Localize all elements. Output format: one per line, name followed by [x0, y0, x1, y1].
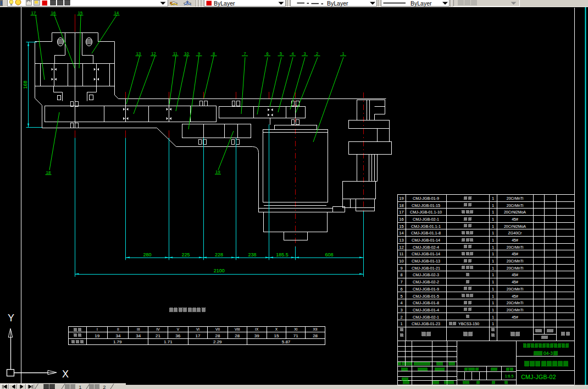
svg-text:17: 17 [31, 10, 36, 15]
svg-text:1: 1 [79, 384, 81, 389]
svg-text:CMJ-JGB-02: CMJ-JGB-02 [521, 374, 556, 380]
svg-text:16: 16 [399, 217, 403, 222]
svg-text:45#: 45# [512, 273, 518, 277]
svg-text:608: 608 [325, 252, 333, 257]
svg-text:1: 1 [492, 294, 494, 299]
svg-text:2: 2 [103, 384, 106, 389]
svg-text:16: 16 [51, 10, 56, 15]
svg-text:XII: XII [313, 327, 318, 331]
svg-text:20CrMnTi: 20CrMnTi [507, 266, 524, 270]
svg-text:YBCS3-150: YBCS3-150 [458, 321, 479, 326]
svg-text:1: 1 [492, 321, 494, 326]
svg-text:1: 1 [492, 203, 494, 208]
svg-text:7: 7 [243, 51, 246, 56]
svg-text:20CrMnTi: 20CrMnTi [507, 196, 524, 200]
svg-text:14: 14 [399, 231, 403, 235]
svg-text:34: 34 [115, 333, 120, 338]
svg-text:1: 1 [492, 231, 494, 235]
svg-text:168: 168 [23, 80, 28, 89]
svg-text:1: 1 [492, 266, 494, 271]
svg-text:CMJ-JGB-02-1: CMJ-JGB-02-1 [413, 217, 439, 222]
svg-text:1: 1 [492, 238, 494, 243]
svg-text:36: 36 [175, 333, 180, 338]
svg-text:2.29: 2.29 [213, 339, 222, 344]
svg-text:CMJ-JGB-01-14: CMJ-JGB-01-14 [412, 238, 440, 243]
svg-text:20CrNi2MoA: 20CrNi2MoA [504, 224, 526, 228]
svg-text:45#: 45# [512, 315, 518, 319]
svg-text:1: 1 [492, 196, 494, 201]
svg-text:1: 1 [492, 210, 494, 215]
svg-text:II: II [117, 327, 119, 331]
svg-text:28: 28 [235, 333, 240, 338]
svg-text:ByLayer: ByLayer [411, 0, 432, 7]
svg-text:04-3: 04-3 [543, 350, 553, 356]
svg-text:28: 28 [313, 333, 318, 338]
svg-text:CMJ-JGB-01-9: CMJ-JGB-01-9 [413, 287, 439, 292]
svg-text:1: 1 [400, 321, 402, 326]
svg-text:2: 2 [400, 315, 402, 320]
svg-text:ByLayer: ByLayer [327, 0, 348, 7]
svg-text:15: 15 [78, 10, 82, 15]
svg-text:185.5: 185.5 [276, 252, 289, 257]
svg-text:13: 13 [399, 238, 403, 243]
svg-text:20CrMnTi: 20CrMnTi [507, 308, 524, 312]
svg-text:IV: IV [156, 327, 160, 331]
svg-text:1: 1 [342, 51, 344, 56]
svg-text:3: 3 [303, 51, 306, 56]
svg-text:CMJ-JGB-02-1: CMJ-JGB-02-1 [413, 315, 439, 320]
svg-text:8: 8 [213, 51, 215, 56]
svg-text:1: 1 [492, 259, 494, 264]
svg-text:III: III [137, 327, 140, 331]
svg-text:12: 12 [399, 245, 403, 250]
svg-text:19: 19 [215, 169, 220, 174]
svg-text:10: 10 [399, 259, 403, 264]
svg-text:2: 2 [316, 51, 318, 56]
svg-text:1.71: 1.71 [164, 339, 173, 344]
svg-text:71: 71 [293, 333, 298, 338]
svg-text:20CrMnTi: 20CrMnTi [507, 245, 524, 249]
svg-text:X: X [275, 327, 278, 331]
svg-text:5: 5 [400, 294, 402, 299]
svg-text:228: 228 [215, 252, 223, 257]
svg-text:1: 1 [492, 308, 494, 313]
svg-text:45#: 45# [512, 238, 518, 242]
svg-text:6: 6 [266, 51, 268, 56]
svg-text:ZG40Cr: ZG40Cr [508, 231, 523, 235]
svg-text:CMJ-JGB-01-15: CMJ-JGB-01-15 [412, 203, 440, 208]
svg-text:3: 3 [400, 308, 402, 313]
svg-text:19: 19 [95, 333, 99, 338]
svg-text:20CrMnTi: 20CrMnTi [507, 204, 524, 207]
svg-text:CMJ-JGB-01-23: CMJ-JGB-01-23 [412, 321, 440, 326]
svg-text:13: 13 [136, 51, 141, 56]
svg-text:5: 5 [280, 51, 282, 56]
svg-text:1: 1 [492, 280, 494, 284]
svg-text:VIII: VIII [235, 327, 240, 331]
svg-text:CMJ-JGB-01-14: CMJ-JGB-01-14 [412, 251, 440, 256]
svg-text:X: X [62, 369, 69, 380]
svg-text:45#: 45# [512, 280, 518, 284]
svg-text:20CrNi2MoA: 20CrNi2MoA [504, 210, 526, 214]
svg-text:4: 4 [291, 51, 293, 56]
svg-text:VII: VII [215, 327, 220, 331]
svg-text:ByLayer: ByLayer [214, 0, 235, 7]
svg-text:20CrMnTi: 20CrMnTi [507, 287, 524, 291]
svg-text:CMJ-JGB-02-2: CMJ-JGB-02-2 [413, 280, 439, 284]
svg-text:1: 1 [492, 300, 494, 305]
svg-text:IX: IX [255, 327, 259, 331]
svg-text:7: 7 [400, 280, 402, 284]
svg-text:14: 14 [114, 10, 119, 15]
svg-text:19: 19 [399, 196, 403, 201]
svg-text:225: 225 [181, 252, 190, 257]
svg-text:5.87: 5.87 [282, 339, 291, 344]
svg-text:12: 12 [151, 51, 156, 56]
svg-text:39: 39 [254, 333, 259, 338]
svg-text:10: 10 [184, 51, 188, 56]
svg-text:8: 8 [400, 272, 402, 277]
svg-text:1: 1 [492, 287, 494, 292]
svg-text:34: 34 [136, 333, 141, 338]
svg-text:1:6.5: 1:6.5 [505, 374, 514, 378]
svg-text:Y: Y [8, 313, 14, 324]
svg-text:CMJ-JGB-02-4: CMJ-JGB-02-4 [413, 245, 439, 250]
svg-text:9: 9 [400, 266, 402, 271]
svg-text:1: 1 [492, 315, 494, 320]
